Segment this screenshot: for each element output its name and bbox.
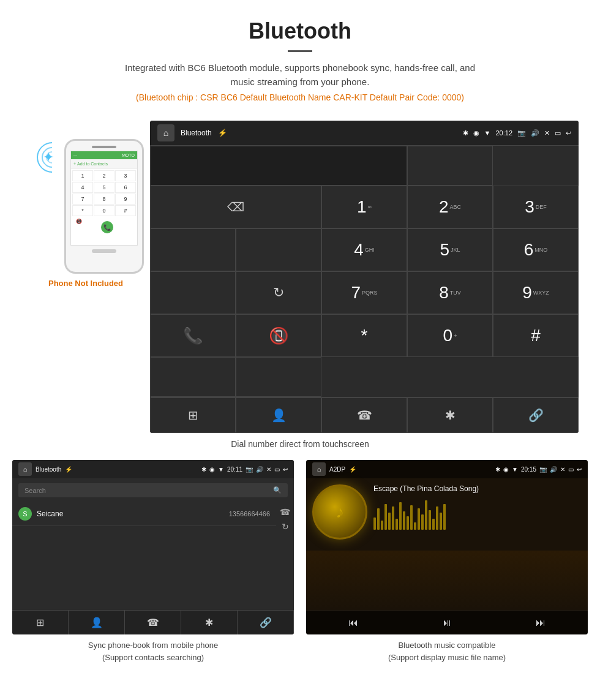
- pb-bluetooth-icon: ✱: [201, 466, 206, 473]
- phonebook-caption-text: Sync phone-book from mobile phone(Suppor…: [88, 641, 218, 662]
- phone-key-3[interactable]: 3: [115, 170, 136, 181]
- phone-not-included-label: Phone Not Included: [48, 279, 123, 288]
- music-time: 20:15: [521, 466, 536, 473]
- bottom-contacts-icon[interactable]: 👤: [236, 397, 321, 433]
- music-statusbar-right: ✱ ◉ ▼ 20:15 📷 🔊 ✕ ▭ ↩: [495, 466, 582, 473]
- dialpad-key-6[interactable]: 6MNO: [493, 228, 579, 271]
- page-header: Bluetooth Integrated with BC6 Bluetooth …: [0, 0, 600, 121]
- pb-bottom-link[interactable]: 🔗: [238, 611, 294, 634]
- dialpad-key-4[interactable]: 4GHI: [321, 228, 407, 271]
- statusbar-title: Bluetooth: [181, 129, 212, 137]
- phone-area: ✦ ··· MOTO Add to Contacts 1 2: [21, 121, 150, 288]
- music-album-art: ♪: [312, 484, 367, 540]
- pb-home-icon[interactable]: ⌂: [18, 462, 32, 476]
- viz-bar-15: [425, 500, 427, 530]
- pb-bottom-dialpad[interactable]: ⊞: [12, 611, 69, 634]
- pb-bottom-contacts[interactable]: 👤: [69, 611, 125, 634]
- phone-key-6[interactable]: 6: [115, 182, 136, 193]
- dialpad-key-hash[interactable]: #: [493, 314, 579, 357]
- viz-bar-10: [407, 516, 409, 530]
- music-screen: ⌂ A2DP ⚡ ✱ ◉ ▼ 20:15 📷 🔊 ✕ ▭ ↩: [306, 460, 588, 634]
- dialpad-empty-5: [150, 357, 236, 397]
- call-red-icon: 📵: [269, 326, 288, 345]
- close-icon[interactable]: ✕: [544, 129, 550, 137]
- phone-key-4[interactable]: 4: [72, 182, 93, 193]
- music-prev-button[interactable]: ⏮: [306, 611, 400, 634]
- back-icon[interactable]: ↩: [566, 129, 571, 137]
- pb-back-icon[interactable]: ↩: [283, 466, 288, 473]
- dialpad-call-button[interactable]: 📞: [150, 314, 236, 357]
- dialpad-empty-6: [236, 357, 321, 397]
- pb-screen-icon: ▭: [274, 466, 280, 473]
- phone-key-9[interactable]: 9: [115, 194, 136, 205]
- pb-search-icon[interactable]: 🔍: [273, 486, 282, 494]
- viz-bar-4: [384, 504, 387, 530]
- music-playpause-button[interactable]: ⏯: [400, 611, 493, 634]
- dialpad-key-0[interactable]: 0+: [407, 314, 493, 357]
- viz-bar-20: [443, 504, 446, 530]
- pb-search-placeholder: Search: [24, 487, 46, 494]
- pb-close-icon[interactable]: ✕: [266, 466, 271, 473]
- bluetooth-icon: ✱: [463, 129, 468, 137]
- viz-bar-1: [373, 517, 376, 530]
- pb-time: 20:11: [227, 466, 242, 473]
- pb-reload-action-icon[interactable]: ↻: [280, 522, 290, 532]
- music-back-icon[interactable]: ↩: [577, 466, 582, 473]
- music-home-icon[interactable]: ⌂: [312, 462, 326, 476]
- backspace-icon: ⌫: [227, 200, 244, 214]
- music-wifi-icon: ▼: [512, 466, 518, 473]
- dialpad-key-5[interactable]: 5JKL: [407, 228, 493, 271]
- music-volume-icon: 🔊: [550, 466, 557, 473]
- dialpad-key-3[interactable]: 3DEF: [493, 186, 579, 228]
- phone-key-7[interactable]: 7: [72, 194, 93, 205]
- viz-bar-11: [410, 505, 413, 530]
- home-button[interactable]: ⌂: [157, 124, 174, 141]
- bottom-bluetooth-icon[interactable]: ✱: [407, 397, 493, 433]
- music-next-button[interactable]: ⏭: [494, 611, 588, 634]
- pb-bottom-phone[interactable]: ☎: [125, 611, 181, 634]
- phone-end-icon: 📵: [76, 219, 82, 236]
- dialpad-backspace[interactable]: ⌫: [150, 186, 321, 228]
- bottom-link-icon[interactable]: 🔗: [493, 397, 579, 433]
- pb-call-action-icon[interactable]: ☎: [280, 507, 290, 517]
- pb-bottom-bluetooth[interactable]: ✱: [181, 611, 238, 634]
- dialpad-key-9[interactable]: 9WXYZ: [493, 271, 579, 314]
- phone-call-button[interactable]: 📞: [101, 221, 113, 233]
- dialpad-key-7[interactable]: 7PQRS: [321, 271, 407, 314]
- dialpad-screen-container: ⌂ Bluetooth ⚡ ✱ ◉ ▼ 20:12 📷 🔊 ✕ ▭ ↩: [150, 121, 579, 433]
- phone-key-0[interactable]: 0: [94, 205, 114, 216]
- phone-key-8[interactable]: 8: [94, 194, 114, 205]
- pb-title: Bluetooth: [36, 466, 61, 473]
- pb-action-icons: ☎ ↻: [276, 502, 294, 536]
- statusbar-time: 20:12: [495, 129, 512, 137]
- dialpad-key-8[interactable]: 8TUV: [407, 271, 493, 314]
- statusbar-left: ⌂ Bluetooth ⚡: [157, 124, 227, 141]
- pb-contact-row[interactable]: S Seicane 13566664466: [12, 502, 276, 526]
- dialpad-key-1[interactable]: 1∞: [321, 186, 407, 228]
- phone-speaker: [92, 146, 116, 148]
- music-statusbar: ⌂ A2DP ⚡ ✱ ◉ ▼ 20:15 📷 🔊 ✕ ▭ ↩: [306, 460, 588, 478]
- phone-key-star[interactable]: *: [72, 205, 93, 216]
- dialpad-key-2[interactable]: 2ABC: [407, 186, 493, 228]
- bottom-dialpad-icon[interactable]: ⊞: [150, 397, 236, 433]
- phone-keypad: 1 2 3 4 5 6 7 8 9 * 0 #: [71, 169, 137, 217]
- phone-key-5[interactable]: 5: [94, 182, 114, 193]
- pb-location-icon: ◉: [209, 466, 215, 473]
- phone-key-hash[interactable]: #: [115, 205, 136, 216]
- pb-search-bar[interactable]: Search 🔍: [18, 483, 288, 497]
- dialpad-empty-3: [236, 228, 321, 271]
- phone-key-1[interactable]: 1: [72, 170, 93, 181]
- page-title: Bluetooth: [12, 18, 588, 44]
- music-screen-icon: ▭: [568, 466, 574, 473]
- phone-key-2[interactable]: 2: [94, 170, 114, 181]
- bottom-phone-icon[interactable]: ☎: [321, 397, 407, 433]
- volume-icon: 🔊: [531, 129, 539, 137]
- dialpad-key-star[interactable]: *: [321, 314, 407, 357]
- dialpad-end-button[interactable]: 📵: [236, 314, 321, 357]
- pb-contacts-area: S Seicane 13566664466 ☎ ↻: [12, 502, 294, 536]
- dialpad-reload-button[interactable]: ↻: [236, 271, 321, 314]
- music-close-icon[interactable]: ✕: [560, 466, 565, 473]
- viz-bar-5: [388, 513, 391, 530]
- music-statusbar-left: ⌂ A2DP ⚡: [312, 462, 356, 476]
- statusbar-right: ✱ ◉ ▼ 20:12 📷 🔊 ✕ ▭ ↩: [463, 129, 571, 137]
